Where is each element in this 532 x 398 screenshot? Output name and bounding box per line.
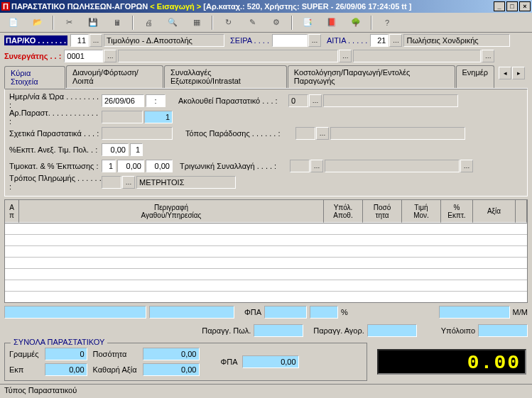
grid-body[interactable] (4, 223, 528, 303)
titlebar: Π ΠΑΡΑΣΤΑΤΙΚΟ ΠΩΛΗΣΕΩΝ-ΑΓΟΡΩΝ < Εισαγωγή… (0, 0, 532, 13)
table-row[interactable] (5, 235, 527, 246)
toolbar-copy-icon[interactable]: 📑 (298, 15, 317, 31)
col-scroll (516, 200, 527, 223)
toolbar-print-icon[interactable]: 🖨 (139, 15, 158, 31)
tab-kostologisi[interactable]: Κοστολόγηση/Παραγωγή/Εντολές Παραγωγής (288, 65, 455, 88)
trig-lookup-button[interactable]: … (310, 160, 323, 172)
fpa-label: ΦΠΑ (244, 308, 261, 316)
arparast-prefix (102, 111, 143, 123)
table-row[interactable] (5, 269, 527, 280)
sum-field-1[interactable] (4, 306, 146, 319)
toolbar-cut-icon[interactable]: ✂ (60, 15, 78, 31)
synergatis-extra2-button[interactable]: … (482, 50, 494, 62)
timokat-v1[interactable] (102, 160, 116, 172)
posotita-label: Ποσότητα (93, 350, 137, 358)
toolbar-save-icon[interactable]: 💾 (84, 15, 102, 31)
arparast-input[interactable] (144, 111, 173, 123)
seira-lookup-button[interactable]: … (308, 34, 321, 47)
tropos-lookup-button[interactable]: … (122, 176, 135, 189)
line-items-grid: Α π Περιγραφή Αγαθού/Υπηρεσίας Υπόλ. Απο… (4, 199, 528, 303)
totals-group: ΣΥΝΟΛΑ ΠΑΡΑΣΤΑΤΙΚΟΥ Γραμμές Ποσότητα Εκπ… (4, 343, 367, 381)
timokat-v3[interactable] (146, 160, 173, 172)
follow-desc (323, 94, 458, 107)
timokat-v2[interactable] (117, 160, 144, 172)
toolbar-new-icon[interactable]: 📄 (4, 15, 23, 31)
ekpt-value1[interactable] (102, 143, 129, 156)
follow-lookup-button[interactable]: … (309, 94, 322, 107)
tab-synallages[interactable]: Συναλλαγές Εξωτερικού/Intrastat (164, 65, 287, 88)
aitia-code-input[interactable] (370, 34, 389, 47)
time-input[interactable] (146, 94, 165, 107)
posotita-value (143, 348, 200, 360)
seira-label: ΣΕΙΡΑ . . . . (230, 36, 269, 45)
tab-panel-main: Ημερ/νία & Ώρα . . . . . . . . : Ακολουθ… (4, 89, 528, 197)
topos-desc (330, 127, 465, 140)
toolbar-open-icon[interactable]: 📂 (28, 15, 47, 31)
aitia-label: ΑΙΤΙΑ . . . . . (327, 36, 367, 45)
topos-label: Τόπος Παράδοσης . . . . . . : (185, 129, 295, 138)
toolbar-calc-icon[interactable]: 🖩 (108, 15, 126, 31)
tab-dianomi[interactable]: Διανομή/Φόρτωση/Λοιπά (66, 65, 163, 88)
seira-input[interactable] (272, 34, 308, 47)
grammes-value (45, 348, 87, 360)
synergatis-lookup-button[interactable]: … (104, 50, 116, 62)
ekpt-value2[interactable] (130, 143, 143, 156)
status-bar: Τύπος Παραστατικού (0, 384, 532, 397)
trig-extra-button[interactable]: … (460, 160, 473, 172)
toolbar-settings-icon[interactable]: ⚙ (267, 15, 286, 31)
toolbar-help-icon[interactable]: ? (378, 15, 396, 31)
paragg-agor-label: Παραγγ. Αγορ. (313, 326, 364, 335)
col-axia: Αξία (473, 200, 516, 223)
pct-input[interactable] (310, 306, 338, 319)
tab-scroll-left-button[interactable]: ◂ (499, 67, 511, 79)
toolbar-edit-icon[interactable]: ✎ (243, 15, 261, 31)
separator (212, 16, 213, 30)
parko-label: ΠΑΡ/ΚΟ . . . . . . . (4, 35, 67, 45)
paragg-pol-label: Παραγγ. Πωλ. (202, 326, 251, 335)
parko-code-input[interactable] (70, 34, 89, 47)
table-row[interactable] (5, 292, 527, 303)
separator (53, 16, 54, 30)
table-row[interactable] (5, 280, 527, 292)
aitia-lookup-button[interactable]: … (389, 34, 402, 47)
synergatis-code-input[interactable] (64, 50, 103, 62)
trig-label: Τριγωνική Συναλλαγή . . . . : (180, 162, 290, 170)
totals-legend: ΣΥΝΟΛΑ ΠΑΡΑΣΤΑΤΙΚΟΥ (11, 338, 107, 346)
col-timi: Τιμή Μον. (402, 200, 441, 223)
paragg-agor-input[interactable] (367, 324, 417, 337)
parko-lookup-button[interactable]: … (89, 34, 102, 47)
minimize-button[interactable]: _ (494, 1, 505, 11)
ekp-value (45, 363, 87, 376)
tab-kyria-stoixeia[interactable]: Κύρια Στοιχεία (4, 66, 65, 89)
tab-scroll-right-button[interactable]: ▸ (512, 67, 525, 79)
close-button[interactable]: × (519, 1, 531, 11)
table-row[interactable] (5, 258, 527, 269)
date-input[interactable] (102, 94, 144, 107)
table-row[interactable] (5, 223, 527, 235)
maximize-button[interactable]: □ (506, 1, 518, 11)
paragg-pol-input[interactable] (254, 324, 303, 337)
tropos-label: Τρόπος Πληρωμής . . . . . . : (9, 174, 102, 191)
ypoloipo-input[interactable] (478, 324, 528, 337)
toolbar-grid-icon[interactable]: ▦ (188, 15, 206, 31)
topos-lookup-button[interactable]: … (316, 127, 329, 140)
grid-header: Α π Περιγραφή Αγαθού/Υπηρεσίας Υπόλ. Απο… (4, 199, 528, 223)
fpa-input[interactable] (264, 306, 307, 319)
col-ekpt: % Εκπτ. (441, 200, 473, 223)
sum-field-2[interactable] (149, 306, 234, 319)
synergatis-extra-desc (353, 50, 481, 62)
col-ap: Α π (5, 200, 19, 223)
synergatis-extra1-button[interactable]: … (339, 50, 352, 62)
mm-input[interactable] (439, 306, 510, 319)
toolbar: 📄 📂 ✂ 💾 🖩 🖨 🔍 ▦ ↻ ✎ ⚙ 📑 📕 🌳 ? (0, 13, 532, 33)
toolbar-preview-icon[interactable]: 🔍 (163, 15, 182, 31)
tab-enimer[interactable]: Ενημέρ (456, 65, 494, 88)
col-ypol: Υπόλ. Αποθ. (324, 200, 363, 223)
trig-desc (325, 160, 460, 172)
toolbar-refresh-icon[interactable]: ↻ (219, 15, 237, 31)
toolbar-tree-icon[interactable]: 🌳 (347, 15, 365, 31)
kathari-value (143, 363, 200, 376)
toolbar-book-icon[interactable]: 📕 (322, 15, 341, 31)
table-row[interactable] (5, 246, 527, 258)
header-row-1: ΠΑΡ/ΚΟ . . . . . . . … ΣΕΙΡΑ . . . . … Α… (0, 33, 532, 48)
